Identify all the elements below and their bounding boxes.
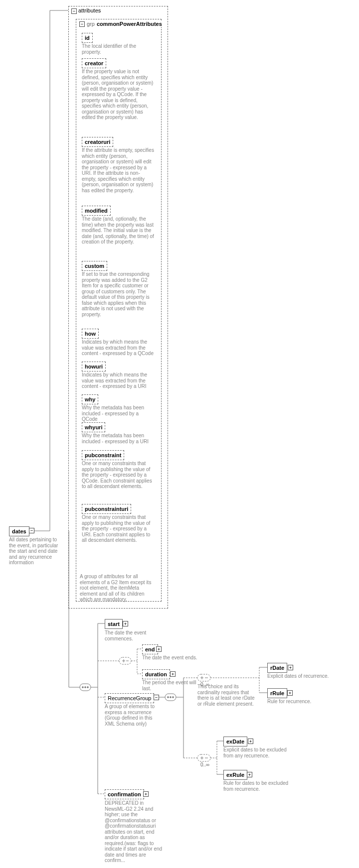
element-dates: dates — [9, 526, 29, 536]
attr-modified: modified — [82, 206, 111, 216]
element-start: start — [105, 619, 123, 629]
svg-point-4 — [82, 687, 84, 688]
end-expand[interactable]: + — [156, 646, 162, 652]
rdate-expand[interactable]: + — [288, 665, 293, 670]
attr-modified-desc: The date (and, optionally, the time) whe… — [82, 216, 154, 245]
exrule-desc: Rule for dates to be excluded from recur… — [223, 780, 291, 792]
attr-how: how — [82, 329, 99, 339]
svg-rect-29 — [197, 674, 210, 681]
attributes-toggle[interactable]: − — [71, 8, 77, 14]
group-desc: A group of attributes for all elements o… — [80, 574, 157, 603]
svg-point-24 — [170, 697, 172, 698]
rrule-expand[interactable]: + — [287, 690, 293, 696]
exrule-expand[interactable]: + — [247, 772, 252, 777]
attr-pubconstrainturi-desc: One or many constraints that apply to pu… — [82, 514, 154, 543]
attr-howuri-desc: Indicates by which means the value was e… — [82, 372, 154, 389]
attr-id: id — [82, 33, 93, 43]
group-toggle[interactable]: − — [79, 21, 85, 27]
exdate-expand[interactable]: + — [248, 739, 253, 744]
svg-point-25 — [173, 697, 174, 698]
element-exdate: exDate — [223, 737, 247, 746]
duration-expand[interactable]: + — [170, 671, 176, 677]
rdate-desc: Explicit dates of recurrence. — [267, 673, 337, 679]
attr-creator-desc: If the property value is not defined, sp… — [82, 69, 154, 121]
svg-point-6 — [87, 687, 89, 688]
attr-pubconstraint: pubconstraint — [82, 450, 124, 460]
group-name: commonPowerAttributes — [97, 21, 162, 27]
element-exrule: exRule — [223, 770, 247, 780]
exdate-desc: Explicit dates to be excluded from any r… — [223, 747, 288, 758]
dates-desc: All dates pertaining to the event, in pa… — [9, 537, 63, 566]
attr-how-desc: Indicates by which means the value was e… — [82, 339, 154, 357]
attr-creatoruri-desc: If the attribute is empty, specifies whi… — [82, 147, 154, 193]
attr-why: why — [82, 394, 98, 404]
element-rrule: rRule — [267, 688, 287, 698]
element-end: end — [142, 644, 158, 654]
start-expand[interactable]: + — [123, 621, 128, 626]
dates-toggle[interactable]: − — [29, 528, 34, 533]
svg-point-23 — [168, 697, 169, 698]
element-duration: duration — [142, 669, 170, 679]
element-confirmation: confirmation — [105, 789, 144, 799]
attr-whyuri-desc: Why the metadata has been included - exp… — [82, 433, 154, 444]
element-rdate: rDate — [267, 663, 287, 673]
recurrence-group: RecurrenceGroup — [105, 693, 154, 703]
recgrp-expand[interactable]: − — [154, 695, 159, 700]
svg-point-5 — [85, 687, 86, 688]
svg-rect-38 — [197, 754, 210, 761]
group-prefix: grp — [87, 21, 95, 27]
attr-id-desc: The local identifier of the property. — [82, 43, 154, 55]
rrule-desc: Rule for recurrence. — [267, 699, 337, 705]
attr-creator: creator — [82, 58, 106, 68]
attr-whyuri: whyuri — [82, 422, 105, 432]
attr-custom: custom — [82, 261, 107, 271]
choice-multiplicity-2: 0..∞ — [200, 762, 209, 768]
attr-howuri: howuri — [82, 362, 106, 372]
attr-pubconstraint-desc: One or many constraints that apply to pu… — [82, 461, 154, 490]
duration-desc: The period the event will last. — [142, 680, 197, 691]
recgrp-desc: A group of elements to express a recurre… — [105, 704, 160, 727]
attr-creatoruri: creatoruri — [82, 137, 113, 147]
start-desc: The date the event commences. — [105, 630, 155, 641]
end-desc: The date the event ends. — [142, 655, 202, 661]
confirm-desc: DEPRECATED in NewsML-G2 2.24 and higher;… — [105, 800, 165, 864]
attr-pubconstrainturi: pubconstrainturi — [82, 504, 131, 514]
attr-why-desc: Why the metadata has been included - exp… — [82, 405, 154, 422]
attr-custom-desc: If set to true the corresponding propert… — [82, 271, 154, 317]
confirm-expand[interactable]: + — [143, 791, 149, 797]
choice-multiplicity-1: 0..∞ — [200, 682, 209, 688]
connector-lines — [0, 0, 359, 868]
attributes-label: attributes — [78, 7, 101, 13]
